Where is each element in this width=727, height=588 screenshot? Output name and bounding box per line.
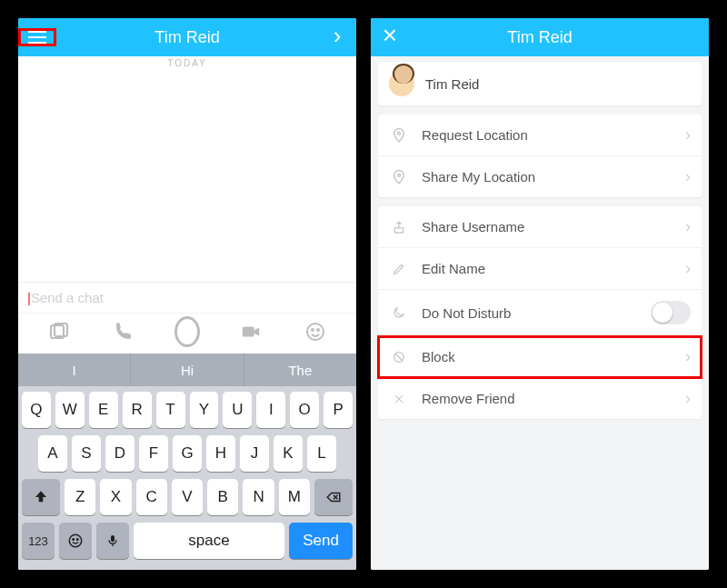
svg-rect-9	[111, 535, 115, 542]
key-x[interactable]: X	[100, 479, 131, 515]
key-mic[interactable]	[96, 523, 129, 559]
do-not-disturb-label: Do Not Disturb	[422, 305, 651, 321]
chevron-icon: ›	[685, 125, 691, 145]
key-t[interactable]: T	[156, 392, 185, 428]
key-s[interactable]: S	[72, 435, 101, 472]
chat-header-forward[interactable]	[318, 27, 356, 48]
close-button[interactable]	[371, 27, 409, 48]
chevron-icon: ›	[685, 389, 691, 408]
key-l[interactable]: L	[307, 435, 336, 472]
settings-header: Tim Reid	[371, 18, 709, 56]
svg-point-5	[317, 329, 319, 331]
key-k[interactable]: K	[274, 435, 303, 472]
request-location-label: Request Location	[422, 127, 685, 143]
share-username-row[interactable]: Share Username ›	[378, 206, 702, 248]
suggestion-3[interactable]: The	[244, 354, 356, 386]
moon-icon	[389, 305, 409, 320]
chevron-icon: ›	[685, 217, 691, 236]
key-f[interactable]: F	[139, 435, 168, 472]
edit-name-row[interactable]: Edit Name ›	[378, 248, 702, 290]
chat-input[interactable]: |Send a chat	[18, 282, 356, 313]
chevron-icon: ›	[685, 347, 691, 366]
do-not-disturb-row[interactable]: Do Not Disturb	[378, 290, 702, 336]
share-my-location-label: Share My Location	[422, 169, 685, 184]
pencil-icon	[389, 262, 409, 276]
block-row[interactable]: Block ›	[378, 336, 702, 378]
key-r[interactable]: R	[123, 392, 152, 428]
key-u[interactable]: U	[223, 392, 252, 428]
svg-point-11	[398, 174, 401, 176]
profile-name: Tim Reid	[425, 76, 479, 92]
key-n[interactable]: N	[243, 479, 274, 515]
profile-row[interactable]: Tim Reid	[378, 62, 702, 105]
gallery-icon[interactable]	[46, 319, 72, 344]
key-o[interactable]: O	[290, 392, 319, 428]
key-m[interactable]: M	[279, 479, 310, 515]
shutter-button[interactable]	[174, 319, 200, 344]
mic-icon	[105, 532, 120, 550]
key-send[interactable]: Send	[289, 523, 353, 559]
svg-point-3	[307, 324, 324, 340]
key-shift[interactable]	[22, 479, 60, 515]
svg-point-6	[69, 534, 82, 547]
key-backspace[interactable]	[314, 479, 353, 515]
settings-header-title: Tim Reid	[409, 28, 671, 47]
chat-header: Tim Reid	[18, 18, 356, 56]
share-icon	[389, 220, 409, 234]
keyboard: Q W E R T Y U I O P A S D F G H J K L	[18, 386, 356, 570]
key-q[interactable]: Q	[22, 392, 51, 428]
keyboard-row-4: 123 space Send	[22, 523, 353, 559]
hamburger-icon	[28, 31, 46, 44]
request-location-row[interactable]: Request Location ›	[378, 115, 702, 156]
key-b[interactable]: B	[207, 479, 238, 515]
smile-icon	[67, 533, 84, 549]
key-g[interactable]: G	[173, 435, 202, 472]
key-h[interactable]: H	[206, 435, 235, 472]
key-z[interactable]: Z	[65, 479, 95, 515]
key-c[interactable]: C	[136, 479, 167, 515]
chat-header-title: Tim Reid	[56, 28, 318, 47]
avatar	[389, 71, 414, 96]
key-a[interactable]: A	[38, 435, 67, 472]
menu-button[interactable]	[18, 28, 56, 46]
share-my-location-row[interactable]: Share My Location ›	[378, 156, 702, 197]
block-icon	[389, 350, 409, 364]
shift-icon	[33, 489, 49, 505]
today-label: TODAY	[18, 56, 356, 68]
emoji-icon[interactable]	[303, 319, 328, 344]
video-icon[interactable]	[238, 319, 264, 344]
key-d[interactable]: D	[105, 435, 134, 472]
svg-point-10	[398, 132, 401, 135]
location-pin-icon	[389, 169, 409, 185]
phone-icon[interactable]	[111, 319, 136, 344]
block-label: Block	[422, 349, 685, 364]
x-icon	[389, 393, 409, 405]
screenshot-frame: Tim Reid TODAY |Send a chat	[0, 0, 727, 588]
actions-group: Share Username › Edit Name › Do Not Dist…	[378, 206, 702, 419]
chevron-right-icon	[334, 27, 342, 48]
key-emoji[interactable]	[59, 523, 92, 559]
key-e[interactable]: E	[89, 392, 118, 428]
svg-point-7	[73, 539, 75, 541]
dnd-toggle[interactable]	[651, 301, 691, 324]
suggestion-1[interactable]: I	[18, 354, 131, 386]
chevron-icon: ›	[685, 167, 691, 186]
key-p[interactable]: P	[324, 392, 353, 428]
key-v[interactable]: V	[172, 479, 203, 515]
remove-friend-row[interactable]: Remove Friend ›	[378, 378, 702, 419]
suggestion-2[interactable]: Hi	[131, 354, 244, 386]
key-123[interactable]: 123	[22, 523, 55, 559]
friend-settings-screen: Tim Reid Tim Reid Request Location ›	[371, 18, 709, 570]
chevron-icon: ›	[685, 259, 691, 278]
key-y[interactable]: Y	[190, 392, 219, 428]
key-j[interactable]: J	[240, 435, 269, 472]
circle-icon	[174, 316, 200, 347]
key-w[interactable]: W	[55, 392, 85, 428]
location-pin-icon	[389, 127, 409, 144]
remove-friend-label: Remove Friend	[422, 391, 685, 406]
key-space[interactable]: space	[134, 523, 284, 559]
keyboard-row-2: A S D F G H J K L	[22, 435, 353, 472]
key-i[interactable]: I	[256, 392, 285, 428]
edit-name-label: Edit Name	[422, 261, 685, 276]
chat-input-placeholder: Send a chat	[31, 290, 104, 305]
